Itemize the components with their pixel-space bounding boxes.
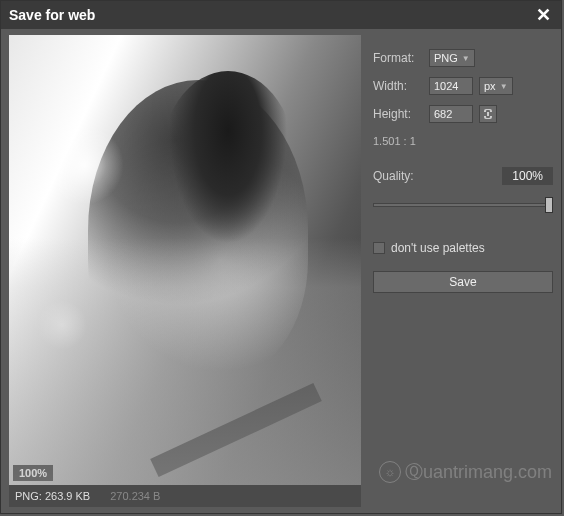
- status-bar: PNG: 263.9 KB 270.234 B: [9, 485, 361, 507]
- format-label: Format:: [373, 51, 423, 65]
- file-size-estimated: 270.234 B: [110, 490, 160, 502]
- format-row: Format: PNG ▼: [373, 49, 553, 67]
- width-row: Width: 1024 px ▼: [373, 77, 553, 95]
- preview-column: 100% PNG: 263.9 KB 270.234 B: [9, 35, 361, 507]
- height-input[interactable]: 682: [429, 105, 473, 123]
- quality-row: Quality: 100%: [373, 167, 553, 185]
- quality-label: Quality:: [373, 169, 414, 183]
- aspect-lock-button[interactable]: [479, 105, 497, 123]
- height-label: Height:: [373, 107, 423, 121]
- chevron-down-icon: ▼: [500, 82, 508, 91]
- height-row: Height: 682: [373, 105, 553, 123]
- unit-selected: px: [484, 80, 496, 92]
- format-selected: PNG: [434, 52, 458, 64]
- palettes-label: don't use palettes: [391, 241, 485, 255]
- lens-flare-decoration: [37, 300, 87, 350]
- titlebar: Save for web ✕: [1, 1, 561, 29]
- file-size-original: PNG: 263.9 KB: [15, 490, 90, 502]
- save-button[interactable]: Save: [373, 271, 553, 293]
- palettes-checkbox[interactable]: [373, 242, 385, 254]
- close-icon[interactable]: ✕: [533, 5, 553, 25]
- dialog-content: 100% PNG: 263.9 KB 270.234 B Format: PNG…: [1, 29, 561, 513]
- aspect-ratio: 1.501 : 1: [373, 133, 553, 149]
- save-for-web-dialog: Save for web ✕ 100% PNG: 263.9 KB 270.23…: [0, 0, 562, 514]
- width-label: Width:: [373, 79, 423, 93]
- zoom-badge[interactable]: 100%: [13, 465, 53, 481]
- width-input[interactable]: 1024: [429, 77, 473, 95]
- quality-value: 100%: [502, 167, 553, 185]
- strap-decoration: [150, 383, 322, 477]
- lens-flare-decoration: [44, 125, 124, 205]
- quality-slider[interactable]: [373, 197, 553, 213]
- slider-track: [373, 203, 553, 207]
- dialog-title: Save for web: [9, 7, 95, 23]
- slider-thumb[interactable]: [545, 197, 553, 213]
- image-preview[interactable]: 100%: [9, 35, 361, 485]
- palettes-row: don't use palettes: [373, 241, 553, 255]
- silhouette-decoration: [158, 71, 298, 271]
- unit-dropdown[interactable]: px ▼: [479, 77, 513, 95]
- chevron-down-icon: ▼: [462, 54, 470, 63]
- format-dropdown[interactable]: PNG ▼: [429, 49, 475, 67]
- link-icon: [483, 108, 493, 120]
- controls-column: Format: PNG ▼ Width: 1024 px ▼ Height:: [373, 35, 553, 507]
